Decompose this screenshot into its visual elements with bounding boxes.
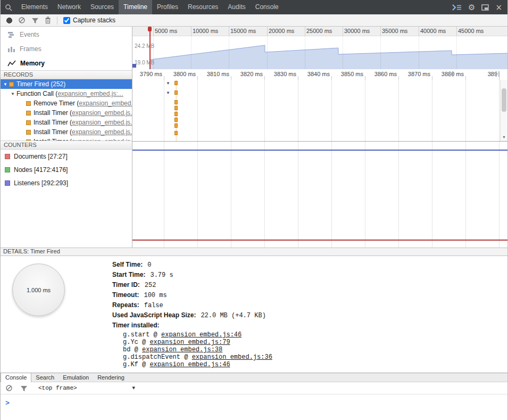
record-link[interactable]: expansion_embed.js... — [72, 128, 132, 136]
grid-line — [465, 142, 466, 248]
drawer-tab-search[interactable]: Search — [31, 373, 59, 382]
grid-line — [398, 142, 399, 248]
main-toolbar: Elements Network Sources Timeline Profil… — [1, 0, 507, 14]
tab-sources[interactable]: Sources — [86, 0, 119, 14]
scrollbar-thumb[interactable] — [502, 88, 506, 112]
counter-label: Listeners [292:293] — [14, 179, 68, 187]
stack-frame-link[interactable]: expansion_embed.js:79 — [149, 339, 230, 346]
grid-line — [164, 80, 164, 141]
ruler-tick-label: 3790 ms — [130, 71, 162, 77]
record-row-function-call[interactable]: ▼ Function Call (expansion_embed.js:... — [1, 89, 132, 98]
record-row-install-timer[interactable]: Install Timer (expansion_embed.js... — [1, 137, 132, 141]
dock-side-icon[interactable] — [481, 4, 489, 11]
clear-icon[interactable] — [18, 17, 26, 24]
view-label-events: Events — [20, 31, 39, 38]
timer-event-bar[interactable] — [174, 81, 178, 85]
filter-icon[interactable] — [31, 17, 39, 24]
grid-line — [231, 142, 231, 248]
record-row-install-timer[interactable]: Install Timer (expansion_embed.js... — [1, 127, 132, 137]
show-console-drawer-icon[interactable] — [452, 4, 462, 11]
trash-icon[interactable] — [45, 17, 51, 24]
grid-line — [191, 27, 191, 36]
grid-line — [197, 80, 198, 141]
overview-tick-label: 10000 ms — [193, 28, 218, 34]
overview-ruler[interactable]: 5000 ms 10000 ms 15000 ms 20000 ms 25000… — [132, 27, 507, 36]
counter-row-documents[interactable]: Documents [27:27] — [1, 150, 132, 163]
tab-network[interactable]: Network — [53, 0, 86, 14]
clipped-record-row: Install Timer (expansion_embed.js... — [1, 137, 132, 141]
counter-label: Nodes [4172:4176] — [14, 166, 68, 174]
view-item-events[interactable]: Events — [1, 27, 132, 42]
counters-graph-pane[interactable] — [132, 141, 507, 248]
search-button[interactable] — [1, 4, 16, 11]
record-link[interactable]: expansion_embed.js:... — [57, 90, 123, 97]
stack-frame-link[interactable]: expansion_embed.js:38 — [142, 346, 222, 353]
memory-min-label: 19.0 MB — [135, 60, 154, 65]
triangle-down-icon[interactable]: ▼ — [166, 90, 170, 95]
record-link[interactable]: expansion_embed.js... — [72, 119, 132, 126]
timer-event-bar[interactable] — [174, 90, 178, 95]
ruler-tick-label: 3850 ms — [331, 71, 363, 77]
view-item-frames[interactable]: Frames — [1, 42, 132, 56]
timer-event-bar[interactable] — [174, 100, 178, 104]
tab-timeline[interactable]: Timeline — [119, 0, 152, 14]
record-button[interactable] — [6, 18, 12, 23]
triangle-down-icon[interactable]: ▼ — [2, 82, 9, 87]
memory-max-label: 24.2 MB — [135, 43, 154, 49]
triangle-down-icon[interactable]: ▼ — [166, 81, 170, 86]
capture-stacks-checkbox[interactable] — [63, 17, 70, 24]
grid-line — [229, 27, 229, 36]
record-link[interactable]: expansion_embed.js... — [72, 109, 132, 117]
overview-tick-label: 35000 ms — [382, 28, 407, 34]
record-row-install-timer[interactable]: Install Timer (expansion_embed.js... — [1, 108, 132, 118]
view-item-memory[interactable]: Memory — [1, 56, 132, 70]
memory-overview-chart[interactable]: 24.2 MB 19.0 MB — [132, 36, 507, 69]
stack-frame-link[interactable]: expansion_embed.js:46 — [161, 331, 241, 339]
drawer-tab-rendering[interactable]: Rendering — [93, 373, 129, 382]
drawer-tab-console[interactable]: Console — [1, 373, 31, 382]
grid-line — [264, 142, 265, 248]
clear-console-icon[interactable] — [5, 384, 13, 392]
overview-selection-grip-icon[interactable] — [148, 27, 152, 31]
console-log-area[interactable]: > — [1, 394, 507, 420]
overview-selection-handle[interactable] — [149, 27, 151, 69]
timer-event-bar[interactable] — [174, 123, 178, 128]
stack-frame-link[interactable]: expansion_embed.js:36 — [192, 353, 272, 361]
detail-ruler[interactable]: 3790 ms 3800 ms 3810 ms 3820 ms 3830 ms … — [132, 69, 507, 80]
timer-event-bar[interactable] — [174, 118, 178, 122]
grid-line — [419, 36, 419, 69]
counter-row-listeners[interactable]: Listeners [292:293] — [1, 176, 132, 190]
tab-audits[interactable]: Audits — [223, 0, 250, 14]
record-label: Remove Timer ( — [34, 100, 79, 107]
property-label: Self Time: — [112, 261, 143, 268]
capture-stacks-label: Capture stacks — [73, 17, 115, 24]
ruler-grip-icon[interactable] — [449, 71, 453, 77]
record-link[interactable]: expansion_embed... — [79, 100, 132, 107]
record-row-remove-timer[interactable]: Remove Timer (expansion_embed... — [1, 98, 132, 108]
close-icon[interactable]: × — [495, 3, 502, 12]
property-value: 252 — [145, 282, 156, 289]
ruler-grip-icon[interactable] — [496, 71, 499, 77]
drawer-tab-emulation[interactable]: Emulation — [59, 373, 93, 382]
frame-context-select[interactable]: <top frame> ▼ — [38, 385, 135, 391]
filter-icon[interactable] — [20, 385, 28, 392]
scroll-down-icon[interactable]: ▼ — [501, 134, 507, 141]
tab-elements[interactable]: Elements — [16, 0, 53, 14]
tab-profiles[interactable]: Profiles — [152, 0, 183, 14]
grid-line — [456, 27, 457, 36]
record-row-install-timer[interactable]: Install Timer (expansion_embed.js... — [1, 118, 132, 127]
grid-line — [264, 80, 265, 141]
counter-row-nodes[interactable]: Nodes [4172:4176] — [1, 163, 132, 176]
timer-event-bar[interactable] — [174, 106, 178, 110]
timeline-records-pane[interactable]: ▼ ▼ ▼ — [132, 80, 507, 141]
stack-frame-link[interactable]: expansion_embed.js:46 — [149, 361, 230, 368]
tab-console[interactable]: Console — [251, 0, 284, 14]
capture-stacks-option[interactable]: Capture stacks — [63, 17, 115, 24]
timer-event-bar[interactable] — [174, 112, 178, 116]
timer-event-bar[interactable] — [174, 131, 178, 135]
record-row-timer-fired[interactable]: ▼ Timer Fired (252) — [1, 79, 132, 89]
triangle-down-icon[interactable]: ▼ — [9, 92, 16, 96]
tab-resources[interactable]: Resources — [183, 0, 223, 14]
gear-icon[interactable]: ⚙ — [468, 3, 475, 12]
records-scrollbar[interactable]: ▼ — [500, 80, 507, 141]
